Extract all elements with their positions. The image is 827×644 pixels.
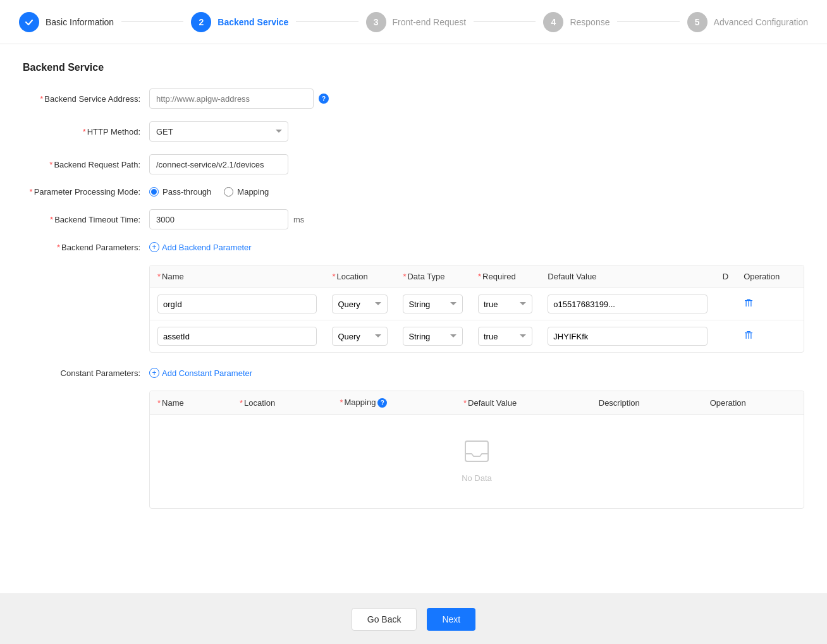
const-col-description: Description	[591, 391, 702, 415]
td-operation	[736, 320, 804, 353]
constant-params-header-row: *Name *Location *Mapping? *Default Value…	[150, 391, 804, 415]
svg-rect-7	[746, 333, 747, 339]
go-back-button[interactable]: Go Back	[352, 608, 417, 631]
constant-params-label: Constant Parameters:	[23, 368, 149, 378]
add-backend-param-link[interactable]: + Add Backend Parameter	[149, 242, 252, 252]
stepper-circle-2: 2	[191, 12, 211, 32]
add-backend-param-label: Add Backend Parameter	[162, 243, 252, 252]
help-icon: ?	[319, 94, 329, 104]
default-value-input[interactable]	[548, 327, 707, 346]
radio-mapping-input[interactable]	[224, 187, 233, 197]
svg-rect-4	[751, 301, 752, 307]
timeout-input[interactable]	[149, 209, 288, 229]
stepper-label-2: Backend Service	[217, 17, 288, 27]
col-operation: Operation	[736, 265, 804, 288]
radio-passthrough[interactable]: Pass-through	[149, 187, 211, 197]
page-title: Backend Service	[23, 62, 804, 73]
td-required: truefalse	[470, 288, 540, 320]
data-type-select[interactable]: StringIntegerFloatBoolean	[403, 327, 463, 346]
no-data-row: No Data	[150, 415, 804, 509]
td-operation	[736, 288, 804, 320]
td-name	[150, 288, 324, 320]
radio-passthrough-label: Pass-through	[162, 187, 211, 197]
svg-rect-3	[749, 301, 749, 307]
http-method-select[interactable]: GET POST PUT DELETE PATCH	[149, 121, 288, 142]
required-select[interactable]: truefalse	[478, 295, 532, 313]
stepper-item-1: Basic Information	[19, 12, 114, 32]
constant-params-label-row: Constant Parameters: + Add Constant Para…	[23, 368, 804, 378]
stepper-line-4	[617, 21, 679, 22]
table-row: QueryHeaderPathBody StringIntegerFloatBo…	[150, 320, 804, 353]
const-col-name: *Name	[150, 391, 232, 415]
service-address-label: *Backend Service Address:	[23, 94, 149, 104]
stepper-circle-4: 4	[543, 12, 563, 32]
td-data-type: StringIntegerFloatBoolean	[395, 320, 470, 353]
main-content: Backend Service *Backend Service Address…	[0, 44, 827, 593]
param-mode-radio-group: Pass-through Mapping	[149, 187, 269, 197]
svg-rect-1	[747, 299, 750, 300]
location-select[interactable]: QueryHeaderPathBody	[332, 327, 388, 346]
add-constant-param-link[interactable]: + Add Constant Parameter	[149, 368, 252, 378]
param-mode-row: *Parameter Processing Mode: Pass-through…	[23, 187, 804, 197]
stepper-circle-1	[19, 12, 39, 32]
name-input[interactable]	[157, 327, 317, 346]
stepper-line-2	[296, 21, 358, 22]
radio-passthrough-input[interactable]	[149, 187, 159, 197]
service-address-row: *Backend Service Address: ?	[23, 88, 804, 109]
add-constant-icon: +	[149, 368, 159, 378]
name-input[interactable]	[157, 295, 317, 313]
td-name	[150, 320, 324, 353]
timeout-row: *Backend Timeout Time: ms	[23, 209, 804, 229]
service-address-input[interactable]	[149, 88, 314, 109]
next-button[interactable]: Next	[427, 608, 475, 631]
stepper-bar: Basic Information 2 Backend Service 3 Fr…	[0, 0, 827, 44]
required-select[interactable]: truefalse	[478, 327, 532, 346]
stepper-label-3: Front-end Request	[393, 17, 467, 27]
stepper-item-2: 2 Backend Service	[191, 12, 288, 32]
footer: Go Back Next	[0, 593, 827, 644]
td-required: truefalse	[470, 320, 540, 353]
td-d	[715, 288, 736, 320]
col-name: *Name	[150, 265, 324, 288]
constant-params-section: Constant Parameters: + Add Constant Para…	[23, 368, 804, 509]
param-mode-label: *Parameter Processing Mode:	[23, 187, 149, 197]
constant-params-table-wrapper: *Name *Location *Mapping? *Default Value…	[149, 391, 804, 509]
stepper-label-5: Advanced Configuration	[714, 17, 808, 27]
backend-params-table: *Name *Location *Data Type *Required Def…	[150, 265, 804, 352]
radio-mapping[interactable]: Mapping	[224, 187, 269, 197]
col-location: *Location	[324, 265, 395, 288]
no-data-icon	[150, 440, 804, 468]
td-d	[715, 320, 736, 353]
backend-params-label: *Backend Parameters:	[23, 243, 149, 252]
add-constant-param-label: Add Constant Parameter	[162, 368, 252, 378]
delete-button[interactable]	[744, 331, 754, 342]
stepper-item-5: 5 Advanced Configuration	[687, 12, 808, 32]
td-data-type: StringIntegerFloatBoolean	[395, 288, 470, 320]
location-select[interactable]: QueryHeaderPathBody	[332, 295, 388, 313]
data-type-select[interactable]: StringIntegerFloatBoolean	[403, 295, 463, 313]
stepper-circle-5: 5	[687, 12, 708, 32]
request-path-row: *Backend Request Path:	[23, 154, 804, 174]
td-location: QueryHeaderPathBody	[324, 320, 395, 353]
stepper-circle-3: 3	[366, 12, 386, 32]
stepper-item-3: 3 Front-end Request	[366, 12, 467, 32]
svg-rect-2	[746, 301, 747, 307]
backend-params-header-row: *Name *Location *Data Type *Required Def…	[150, 265, 804, 288]
request-path-input[interactable]	[149, 154, 288, 174]
table-row: QueryHeaderPathBody StringIntegerFloatBo…	[150, 288, 804, 320]
timeout-unit: ms	[293, 215, 304, 224]
http-method-row: *HTTP Method: GET POST PUT DELETE PATCH	[23, 121, 804, 142]
td-default-value	[540, 288, 714, 320]
radio-mapping-label: Mapping	[237, 187, 269, 197]
col-default-value: Default Value	[540, 265, 714, 288]
timeout-label: *Backend Timeout Time:	[23, 215, 149, 224]
col-d: D	[715, 265, 736, 288]
backend-params-label-row: *Backend Parameters: + Add Backend Param…	[23, 242, 804, 252]
const-col-default-value: *Default Value	[456, 391, 591, 415]
default-value-input[interactable]	[548, 295, 707, 313]
delete-button[interactable]	[744, 299, 754, 310]
stepper-line-3	[474, 21, 536, 22]
col-data-type: *Data Type	[395, 265, 470, 288]
backend-params-table-wrapper: *Name *Location *Data Type *Required Def…	[149, 265, 804, 353]
svg-rect-9	[751, 333, 752, 339]
